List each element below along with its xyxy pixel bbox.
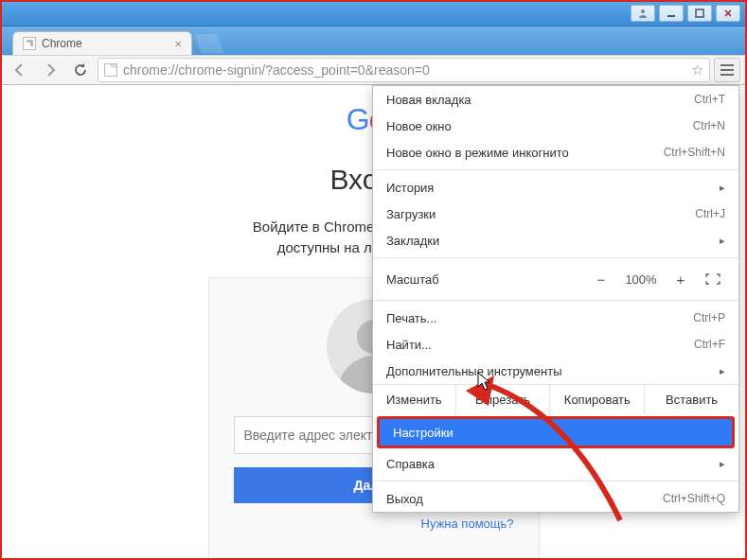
menu-zoom: Масштаб − 100% + (373, 262, 738, 296)
fullscreen-button[interactable] (701, 271, 725, 288)
menu-settings[interactable]: Настройки (380, 419, 732, 446)
menu-copy[interactable]: Копировать (549, 385, 644, 414)
close-window-button[interactable] (716, 5, 740, 22)
menu-find[interactable]: Найти... Ctrl+F (373, 331, 738, 358)
zoom-in-button[interactable]: + (670, 271, 691, 288)
chevron-right-icon: ▸ (720, 182, 725, 194)
page-icon (104, 63, 117, 77)
menu-edit-row: Изменить Вырезать Копировать Вставить (373, 384, 738, 414)
back-button[interactable] (7, 58, 33, 82)
minimize-button[interactable] (659, 5, 684, 22)
menu-downloads[interactable]: Загрузки Ctrl+J (373, 201, 738, 227)
browser-tab[interactable]: Chrome × (12, 31, 192, 55)
menu-edit-label: Изменить (373, 385, 455, 414)
main-menu: Новая вкладка Ctrl+T Новое окно Ctrl+N Н… (372, 85, 739, 513)
chevron-right-icon: ▸ (720, 365, 725, 377)
browser-toolbar: chrome://chrome-signin/?access_point=0&r… (0, 55, 747, 85)
new-tab-button[interactable] (194, 34, 223, 53)
reload-button[interactable] (67, 58, 94, 82)
menu-cut[interactable]: Вырезать (455, 385, 550, 414)
svg-rect-2 (696, 9, 703, 17)
close-tab-icon[interactable]: × (174, 37, 182, 51)
chevron-right-icon: ▸ (720, 458, 725, 470)
address-bar[interactable]: chrome://chrome-signin/?access_point=0&r… (98, 58, 710, 82)
user-icon[interactable] (631, 5, 655, 22)
page-icon (23, 37, 36, 50)
bookmark-star-icon[interactable]: ☆ (691, 61, 703, 79)
menu-print[interactable]: Печать... Ctrl+P (373, 305, 738, 331)
menu-paste[interactable]: Вставить (644, 385, 738, 414)
help-link[interactable]: Нужна помощь? (234, 516, 514, 531)
tab-strip: Chrome × (0, 26, 747, 55)
window-titlebar (0, 0, 747, 26)
tab-label: Chrome (42, 37, 82, 50)
maximize-button[interactable] (687, 5, 712, 22)
menu-new-tab[interactable]: Новая вкладка Ctrl+T (373, 86, 738, 113)
menu-incognito[interactable]: Новое окно в режиме инкогнито Ctrl+Shift… (373, 139, 738, 166)
menu-exit[interactable]: Выход Ctrl+Shift+Q (373, 485, 738, 512)
svg-rect-1 (667, 15, 675, 17)
svg-point-0 (641, 9, 645, 13)
forward-button (37, 58, 63, 82)
menu-more-tools[interactable]: Дополнительные инструменты ▸ (373, 358, 738, 384)
chevron-right-icon: ▸ (720, 235, 725, 247)
zoom-value: 100% (621, 272, 661, 287)
zoom-out-button[interactable]: − (591, 271, 612, 288)
url-text: chrome://chrome-signin/?access_point=0&r… (123, 62, 685, 78)
main-menu-button[interactable] (714, 58, 740, 82)
menu-history[interactable]: История ▸ (373, 174, 738, 201)
menu-bookmarks[interactable]: Закладки ▸ (373, 227, 738, 254)
menu-help[interactable]: Справка ▸ (373, 450, 738, 477)
menu-new-window[interactable]: Новое окно Ctrl+N (373, 113, 738, 139)
